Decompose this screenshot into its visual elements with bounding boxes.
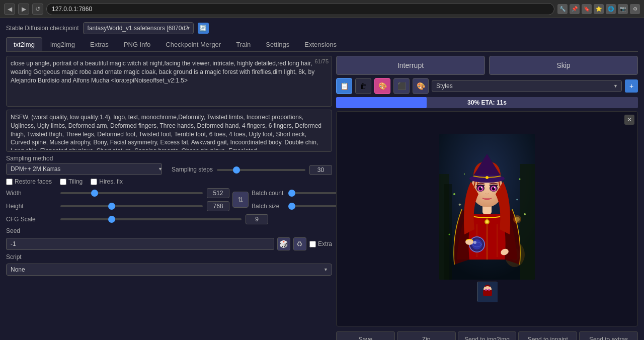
script-select[interactable]: None [6, 264, 332, 276]
seed-dice-button[interactable]: 🎲 [277, 237, 290, 250]
refresh-checkpoint-button[interactable]: 🔄 [198, 23, 209, 34]
tiling-checkbox[interactable]: Tiling [60, 178, 83, 185]
progress-bar: 30% ETA: 11s [336, 97, 638, 108]
checkpoint-label: Stable Diffusion checkpoint [6, 25, 79, 32]
forward-button[interactable]: ▶ [18, 4, 29, 15]
left-panel: 61/75 Sampling method DPM++ 2M KarrasEul… [6, 56, 332, 340]
restore-faces-label: Restore faces [15, 178, 52, 185]
styles-add-button[interactable]: + [625, 79, 638, 93]
batch-size-label: Batch size [252, 203, 284, 210]
ext-icon-6: 📷 [618, 4, 628, 14]
seed-label: Seed [6, 227, 332, 234]
paste-button[interactable]: 📋 [336, 78, 352, 94]
tab-checkpoint-merger[interactable]: Checkpoint Merger [158, 37, 228, 51]
tabs-bar: txt2img img2img Extras PNG Info Checkpoi… [6, 37, 638, 52]
sampling-method-select[interactable]: DPM++ 2M KarrasEuler aEulerLMSHeunDPM2DP… [6, 163, 162, 175]
seed-extra-label: Extra [318, 240, 332, 247]
restore-faces-checkbox[interactable]: Restore faces [6, 178, 52, 185]
steps-row: Sampling steps [172, 165, 332, 175]
tab-txt2img[interactable]: txt2img [6, 37, 42, 51]
styles-select-wrapper: Styles [432, 80, 622, 92]
height-slider[interactable] [60, 205, 203, 207]
height-label: Height [6, 203, 56, 210]
width-value-input[interactable] [207, 188, 229, 198]
sampling-select-wrapper: DPM++ 2M KarrasEuler aEulerLMSHeunDPM2DP… [6, 163, 167, 175]
cfg-scale-row: CFG Scale [6, 214, 332, 224]
seed-recycle-button[interactable]: ♻ [293, 237, 306, 250]
browser-chrome: ◀ ▶ ↺ 127.0.0.1:7860 🔧 📌 🔖 ⭐ 🌐 📷 ⚙ [0, 0, 644, 18]
script-section: Script None [6, 253, 332, 276]
width-slider[interactable] [60, 192, 203, 194]
tab-img2img[interactable]: img2img [43, 37, 82, 51]
checkpoint-select[interactable]: fantasyWorld_v1.safetensors [6870d20fac] [83, 22, 194, 34]
url-text: 127.0.0.1:7860 [52, 6, 92, 13]
progress-text: 30% ETA: 11s [467, 99, 507, 106]
svg-point-7 [524, 213, 526, 215]
icon-and-styles-row: 📋 🗑 🎨 ⬛ 🎨 Styles + [336, 78, 638, 94]
restore-faces-input[interactable] [6, 179, 13, 185]
action-buttons-row: Interrupt Skip [336, 56, 638, 75]
tab-png-info[interactable]: PNG Info [117, 37, 157, 51]
tiling-input[interactable] [60, 179, 66, 185]
seed-section: Seed 🎲 ♻ Extra [6, 227, 332, 250]
browser-icons: 🔧 📌 🔖 ⭐ 🌐 📷 ⚙ [557, 4, 640, 14]
cfg-scale-value[interactable] [246, 214, 268, 224]
svg-point-40 [485, 289, 487, 291]
ext-icon-5: 🌐 [606, 4, 616, 14]
cfg-scale-slider[interactable] [60, 218, 242, 220]
svg-point-28 [486, 176, 489, 179]
image-thumbnail[interactable] [477, 282, 497, 302]
progress-fill [336, 97, 427, 108]
batch-count-label: Batch count [252, 190, 284, 197]
checkbox-row: Restore faces Tiling Hires. fix [6, 178, 332, 185]
color-palette-button[interactable]: 🎨 [413, 78, 429, 94]
send-inpaint-button[interactable]: Send to inpaint [518, 331, 577, 340]
script-label: Script [6, 253, 332, 261]
swap-dimensions-button[interactable]: ⇅ [232, 192, 249, 208]
skip-button[interactable]: Skip [489, 56, 638, 75]
hires-fix-checkbox[interactable]: Hires. fix [91, 178, 123, 185]
styles-select[interactable]: Styles [432, 80, 622, 92]
cfg-scale-label: CFG Scale [6, 216, 56, 223]
send-img2img-button[interactable]: Send to img2img [458, 331, 517, 340]
svg-point-31 [472, 239, 482, 249]
steps-value-input[interactable] [309, 165, 332, 175]
seed-extra-input[interactable] [309, 241, 316, 247]
steps-slider[interactable] [217, 169, 305, 171]
seed-input-row: 🎲 ♻ Extra [6, 237, 332, 250]
height-row: Height [6, 201, 229, 211]
address-bar[interactable]: 127.0.0.1:7860 [46, 3, 554, 15]
svg-point-25 [494, 187, 496, 189]
width-label: Width [6, 190, 56, 197]
tab-extras[interactable]: Extras [83, 37, 116, 51]
svg-point-9 [464, 174, 465, 175]
svg-point-6 [449, 234, 450, 235]
paint-button[interactable]: 🎨 [374, 78, 390, 94]
svg-point-15 [486, 220, 489, 223]
height-value-input[interactable] [207, 201, 229, 211]
checkpoint-row: Stable Diffusion checkpoint fantasyWorld… [6, 22, 638, 34]
close-image-button[interactable]: ✕ [624, 115, 634, 125]
send-extras-button[interactable]: Send to extras [579, 331, 638, 340]
back-button[interactable]: ◀ [4, 4, 15, 15]
save-button[interactable]: Save [336, 331, 395, 340]
interrupt-button[interactable]: Interrupt [336, 56, 485, 75]
tab-train[interactable]: Train [229, 37, 258, 51]
tiling-label: Tiling [68, 178, 83, 185]
seed-extra-checkbox[interactable]: Extra [309, 240, 332, 247]
checkpoint-select-wrapper: fantasyWorld_v1.safetensors [6870d20fac] [83, 22, 194, 34]
steps-label: Sampling steps [172, 166, 213, 173]
positive-prompt-input[interactable] [7, 56, 332, 105]
tab-settings[interactable]: Settings [259, 37, 296, 51]
reload-button[interactable]: ↺ [32, 4, 43, 15]
trash-button[interactable]: 🗑 [355, 78, 371, 94]
square-button[interactable]: ⬛ [393, 78, 410, 94]
seed-input[interactable] [6, 238, 274, 250]
negative-prompt-input[interactable] [7, 110, 332, 150]
hires-fix-input[interactable] [91, 179, 97, 185]
zip-button[interactable]: Zip [397, 331, 456, 340]
width-row: Width [6, 188, 229, 198]
right-panel: Interrupt Skip 📋 🗑 🎨 ⬛ 🎨 Styles + [336, 56, 638, 340]
tab-extensions[interactable]: Extensions [297, 37, 344, 51]
svg-point-41 [488, 289, 490, 291]
